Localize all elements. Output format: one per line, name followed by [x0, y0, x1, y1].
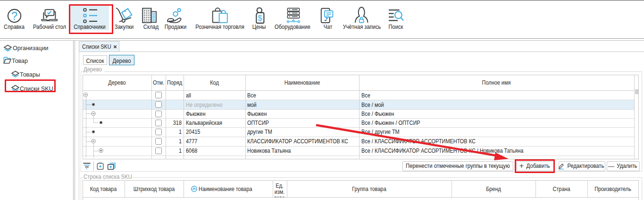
svg-text:?: ?: [11, 10, 17, 22]
svg-text:$: $: [258, 14, 262, 22]
